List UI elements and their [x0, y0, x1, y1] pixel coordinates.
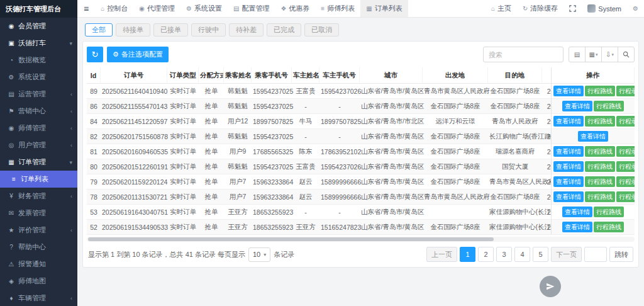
topbar-item-config-management[interactable]: ▤配置管理: [228, 0, 275, 17]
page-size-select[interactable]: 10 ▾: [248, 247, 270, 262]
column-header: 乘客手机号: [252, 67, 292, 84]
route-button[interactable]: 行程路线: [585, 176, 615, 187]
table-row: 84202506211451220597实时订单抢单用户121899750782…: [87, 114, 635, 129]
detail-button[interactable]: 查看详情: [562, 207, 592, 217]
tab-pending-diff[interactable]: 待补差: [229, 23, 264, 37]
route-button[interactable]: 行程路线: [585, 86, 615, 96]
column-header: 出发地: [423, 67, 488, 84]
next-page-button[interactable]: 下一页: [551, 247, 582, 262]
page-button-5[interactable]: 5: [533, 247, 548, 262]
route-button[interactable]: 行程路线: [594, 222, 624, 232]
detail-button[interactable]: 查看详情: [562, 222, 592, 232]
route-button[interactable]: 行程路线: [585, 146, 615, 157]
sidebar-item-user-management[interactable]: ◎用户管理‹: [0, 137, 77, 154]
sidebar-item-member-management[interactable]: ◉会员管理: [0, 18, 77, 35]
detail-button[interactable]: 查看详情: [553, 191, 584, 202]
detail-button[interactable]: 查看详情: [553, 116, 584, 127]
detail-button[interactable]: 查看详情: [553, 176, 584, 187]
detail-button[interactable]: 查看详情: [562, 101, 592, 111]
audio-button[interactable]: 行程录音: [616, 116, 635, 127]
sidebar-item-data-overview[interactable]: ◔数据概览: [0, 52, 77, 69]
jump-button[interactable]: 跳转: [609, 247, 633, 262]
sidebar-item-wode-dache[interactable]: ▣沃德打车▾: [0, 35, 77, 52]
tab-completed[interactable]: 已完成: [267, 23, 301, 37]
monitor-icon: ▤: [8, 91, 15, 98]
back-to-top-button[interactable]: [540, 276, 561, 297]
topbar-item-driver-list[interactable]: ≡师傅列表: [315, 0, 360, 17]
tab-cancelled[interactable]: 已取消: [304, 23, 339, 37]
settings-button[interactable]: ⚙: [627, 0, 644, 17]
tab-driving[interactable]: 行驶中: [191, 23, 226, 37]
export-button[interactable]: ⇩▾: [601, 47, 618, 62]
route-button[interactable]: 行程路线: [594, 101, 624, 111]
tab-pending-accept[interactable]: 待接单: [116, 23, 150, 37]
home-link[interactable]: ⌂ 主页: [486, 0, 517, 17]
sidebar-item-review-management[interactable]: ★评价管理‹: [0, 222, 77, 239]
route-button[interactable]: 行程路线: [594, 207, 624, 217]
sidebar-item-label: 车辆管理: [18, 293, 46, 303]
cell-passenger: 王亚方: [224, 205, 252, 220]
sidebar-item-invoice-management[interactable]: ✉发票管理: [0, 205, 77, 222]
sidebar-item-order-list[interactable]: ≡订单列表: [0, 171, 77, 188]
sidebar-item-operations[interactable]: ▤运营管理‹: [0, 86, 77, 103]
prev-page-button[interactable]: 上一页: [426, 247, 457, 262]
cell-passenger_phone: 18997507825: [252, 114, 292, 129]
route-button[interactable]: 行程路线: [585, 191, 615, 202]
orders-icon: ▦: [366, 5, 372, 12]
clear-cache-button[interactable]: ↻ 清除缓存: [517, 0, 564, 17]
topbar-item-console[interactable]: ⌂控制台: [95, 0, 133, 17]
fullscreen-icon: [569, 5, 576, 12]
list-view-icon: ▤: [574, 51, 580, 58]
sidebar-item-alarm-notice[interactable]: ⚠报警通知: [0, 256, 77, 273]
cell-passenger: 韩魁魁: [224, 159, 252, 174]
sidebar-item-driver-map[interactable]: ◈师傅地图: [0, 273, 77, 290]
paging-toggle-button[interactable]: ▤: [569, 47, 586, 62]
sidebar-item-order-management[interactable]: ▦订单管理▾: [0, 154, 77, 171]
search-toggle-button[interactable]: [618, 47, 635, 62]
tab-accepted[interactable]: 已接单: [153, 23, 188, 37]
sidebar-item-help-center[interactable]: ?帮助中心: [0, 239, 77, 256]
route-button[interactable]: 行程路线: [585, 161, 615, 172]
audio-button[interactable]: 行程录音: [616, 161, 635, 172]
detail-button[interactable]: 查看详情: [578, 131, 608, 142]
detail-button[interactable]: 查看详情: [553, 161, 584, 172]
search-input[interactable]: [483, 47, 564, 62]
horizontal-scrollbar[interactable]: [87, 237, 635, 242]
topbar-right: ⌂ 主页 ↻ 清除缓存 System ⚙: [486, 0, 644, 17]
orders-table: Id订单号订单类型分配方式乘客姓名乘客手机号车主姓名车主手机号城市出发地目的地下…: [87, 67, 635, 235]
page-button-2[interactable]: 2: [478, 247, 494, 262]
cell-passenger: 韩魁魁: [224, 84, 252, 99]
sidebar-item-vehicle-management[interactable]: ♦车辆管理‹: [0, 290, 77, 306]
pagination: 上一页12345下一页跳转: [426, 247, 633, 262]
detail-button[interactable]: 查看详情: [553, 86, 584, 96]
topbar-item-label: 代理管理: [147, 4, 175, 13]
fullscreen-button[interactable]: [564, 0, 582, 17]
cell-destination: 金石国际广场8座: [488, 99, 542, 114]
menu-toggle-icon[interactable]: ≡: [77, 0, 95, 17]
refresh-button[interactable]: ↻: [87, 47, 103, 62]
topbar-item-order-list[interactable]: ▦订单列表: [360, 0, 408, 17]
page-button-1[interactable]: 1: [460, 247, 475, 262]
sidebar-item-marketing-center[interactable]: ⚑营销中心‹: [0, 103, 77, 120]
audio-button[interactable]: 行程录音: [616, 176, 635, 187]
audio-button[interactable]: 行程录音: [616, 86, 635, 96]
sidebar-item-finance-management[interactable]: ¥财务管理‹: [0, 188, 77, 205]
audio-button[interactable]: 行程录音: [616, 146, 635, 157]
detail-button[interactable]: 查看详情: [553, 146, 584, 157]
tab-all[interactable]: 全部: [85, 23, 113, 37]
route-button[interactable]: 行程路线: [585, 116, 615, 127]
jump-page-input[interactable]: [584, 247, 607, 262]
page-button-4[interactable]: 4: [514, 247, 530, 262]
scrollbar-thumb[interactable]: [88, 237, 494, 241]
topbar-item-system-settings[interactable]: ⚙系统设置: [180, 0, 228, 17]
page-button-3[interactable]: 3: [496, 247, 512, 262]
audio-button[interactable]: 行程录音: [616, 191, 635, 202]
sidebar-item-system-settings[interactable]: ⚙系统设置: [0, 69, 77, 86]
user-menu[interactable]: System: [582, 0, 627, 17]
topbar-item-agent-management[interactable]: ◉代理管理: [133, 0, 180, 17]
topbar-item-coupons[interactable]: ❖优惠券: [275, 0, 315, 17]
search-icon: [623, 51, 630, 58]
columns-button[interactable]: ▦▾: [585, 47, 602, 62]
remark-config-button[interactable]: ⚙ 备注选项配置: [107, 47, 169, 62]
sidebar-item-driver-management[interactable]: ◉师傅管理‹: [0, 120, 77, 137]
